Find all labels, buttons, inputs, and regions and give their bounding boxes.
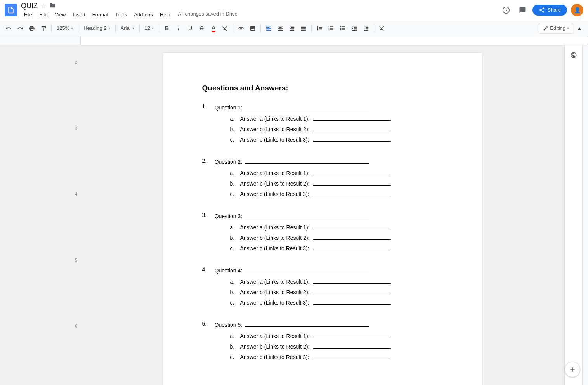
answer-item: c.Answer c (Links to Result 3): bbox=[230, 298, 443, 306]
zoom-value: 125% bbox=[57, 25, 69, 31]
question-item: 3. Question 3: a.Answer a (Links to Resu… bbox=[202, 212, 443, 255]
font-chevron: ▾ bbox=[132, 26, 134, 30]
answer-item: c.Answer c (Links to Result 3): bbox=[230, 353, 443, 360]
title-right: Share 👤 bbox=[500, 4, 583, 16]
bottom-bar bbox=[565, 362, 580, 377]
align-right-button[interactable] bbox=[286, 23, 297, 34]
answer-item: c.Answer c (Links to Result 3): bbox=[230, 190, 443, 197]
explore-icon[interactable] bbox=[500, 4, 512, 16]
answer-item: a.Answer a (Links to Result 1): bbox=[230, 332, 443, 339]
size-value: 12 bbox=[145, 25, 150, 31]
question-text: Question 1: bbox=[215, 103, 443, 111]
image-button[interactable] bbox=[247, 23, 258, 34]
answer-list: a.Answer a (Links to Result 1): b.Answer… bbox=[215, 332, 443, 360]
answer-list: a.Answer a (Links to Result 1): b.Answer… bbox=[215, 277, 443, 306]
comments-icon[interactable] bbox=[516, 4, 529, 16]
save-status: All changes saved in Drive bbox=[178, 11, 238, 18]
share-label: Share bbox=[547, 7, 561, 13]
editing-chevron: ▾ bbox=[567, 26, 569, 30]
question-number: 4. bbox=[202, 266, 212, 309]
answer-list: a.Answer a (Links to Result 1): b.Answer… bbox=[215, 223, 443, 251]
title-bar: QUIZ ☆ File Edit View Insert Format Tool… bbox=[0, 0, 588, 20]
question-text: Question 4: bbox=[215, 266, 443, 274]
indent-increase-button[interactable] bbox=[361, 23, 371, 34]
menu-addons[interactable]: Add-ons bbox=[131, 11, 156, 18]
zoom-chevron: ▾ bbox=[71, 26, 73, 30]
menu-view[interactable]: View bbox=[52, 11, 69, 18]
question-content: Question 1: a.Answer a (Links to Result … bbox=[215, 103, 443, 146]
left-margin: 2 3 4 5 6 7 8 bbox=[0, 45, 80, 385]
font-value: Arial bbox=[121, 25, 131, 31]
indent-decrease-button[interactable] bbox=[349, 23, 360, 34]
menu-file[interactable]: File bbox=[21, 11, 35, 18]
paint-format-button[interactable] bbox=[38, 23, 49, 34]
star-icon[interactable]: ☆ bbox=[41, 2, 46, 10]
style-value: Heading 2 bbox=[83, 25, 106, 31]
align-center-button[interactable] bbox=[275, 23, 286, 34]
menu-help[interactable]: Help bbox=[157, 11, 173, 18]
highlight-button[interactable] bbox=[220, 23, 231, 34]
undo-button[interactable] bbox=[3, 23, 14, 34]
question-content: Question 5: a.Answer a (Links to Result … bbox=[215, 321, 443, 363]
question-number: 5. bbox=[202, 321, 212, 363]
numbered-list-button[interactable] bbox=[326, 23, 336, 34]
menu-tools[interactable]: Tools bbox=[112, 11, 130, 18]
question-number: 1. bbox=[202, 103, 212, 146]
doc-title[interactable]: QUIZ bbox=[21, 2, 38, 10]
menu-format[interactable]: Format bbox=[89, 11, 111, 18]
title-section: QUIZ ☆ File Edit View Insert Format Tool… bbox=[21, 2, 496, 18]
answer-item: c.Answer c (Links to Result 3): bbox=[230, 135, 443, 143]
collapse-button[interactable]: ▲ bbox=[574, 23, 585, 34]
bullet-list-button[interactable] bbox=[337, 23, 348, 34]
folder-icon[interactable] bbox=[49, 2, 56, 10]
add-page-button[interactable] bbox=[565, 362, 580, 377]
strikethrough-button[interactable]: S bbox=[196, 23, 207, 34]
user-avatar[interactable]: 👤 bbox=[571, 4, 583, 16]
question-content: Question 3: a.Answer a (Links to Result … bbox=[215, 212, 443, 255]
explore-side-icon[interactable] bbox=[567, 48, 581, 62]
app-icon bbox=[5, 4, 17, 16]
answer-list: a.Answer a (Links to Result 1): b.Answer… bbox=[215, 114, 443, 143]
answer-item: b.Answer b (Links to Result 2): bbox=[230, 234, 443, 241]
answer-item: b.Answer b (Links to Result 2): bbox=[230, 125, 443, 132]
link-button[interactable] bbox=[236, 23, 246, 34]
answer-list: a.Answer a (Links to Result 1): b.Answer… bbox=[215, 169, 443, 197]
answer-item: b.Answer b (Links to Result 2): bbox=[230, 342, 443, 350]
document-scroll-area[interactable]: Questions and Answers: 1. Question 1: a.… bbox=[80, 45, 564, 385]
size-chevron: ▾ bbox=[152, 26, 154, 30]
document-heading: Questions and Answers: bbox=[202, 84, 443, 92]
bold-button[interactable]: B bbox=[161, 23, 172, 34]
text-color-button[interactable]: A bbox=[208, 23, 219, 34]
question-text: Question 2: bbox=[215, 158, 443, 165]
underline-button[interactable]: U bbox=[185, 23, 196, 34]
size-dropdown[interactable]: 12 ▾ bbox=[142, 23, 156, 34]
editing-mode-button[interactable]: Editing ▾ bbox=[539, 23, 573, 34]
line-spacing-button[interactable] bbox=[314, 23, 325, 34]
print-button[interactable] bbox=[26, 23, 37, 34]
scrollbar[interactable] bbox=[582, 45, 588, 385]
answer-item: b.Answer b (Links to Result 2): bbox=[230, 179, 443, 187]
clear-format-button[interactable] bbox=[376, 23, 387, 34]
answer-item: a.Answer a (Links to Result 1): bbox=[230, 223, 443, 231]
question-item: 4. Question 4: a.Answer a (Links to Resu… bbox=[202, 266, 443, 309]
ruler-inner bbox=[80, 36, 588, 45]
editing-label: Editing bbox=[550, 25, 565, 31]
style-chevron: ▾ bbox=[108, 26, 110, 30]
question-number: 3. bbox=[202, 212, 212, 255]
answer-item: a.Answer a (Links to Result 1): bbox=[230, 277, 443, 285]
ruler bbox=[0, 36, 588, 45]
question-number: 2. bbox=[202, 158, 212, 200]
italic-button[interactable]: I bbox=[173, 23, 184, 34]
font-dropdown[interactable]: Arial ▾ bbox=[118, 23, 137, 34]
redo-button[interactable] bbox=[15, 23, 26, 34]
answer-item: c.Answer c (Links to Result 3): bbox=[230, 244, 443, 251]
share-button[interactable]: Share bbox=[532, 5, 567, 16]
menu-edit[interactable]: Edit bbox=[36, 11, 51, 18]
align-justify-button[interactable] bbox=[298, 23, 309, 34]
align-left-button[interactable] bbox=[263, 23, 274, 34]
style-dropdown[interactable]: Heading 2 ▾ bbox=[81, 23, 113, 34]
document-page: Questions and Answers: 1. Question 1: a.… bbox=[163, 53, 482, 385]
question-item: 2. Question 2: a.Answer a (Links to Resu… bbox=[202, 158, 443, 200]
zoom-dropdown[interactable]: 125% ▾ bbox=[54, 23, 76, 34]
menu-insert[interactable]: Insert bbox=[69, 11, 88, 18]
